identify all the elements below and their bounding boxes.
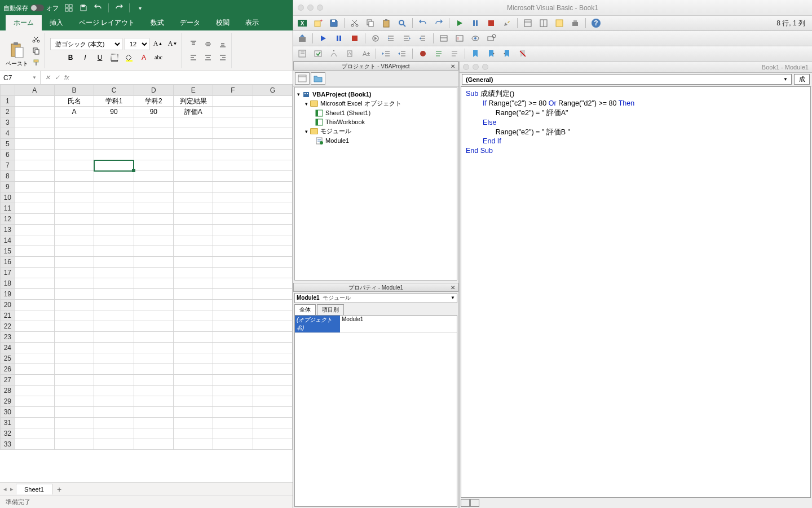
tab-formulas[interactable]: 数式	[143, 15, 172, 30]
row-header-26[interactable]: 26	[1, 364, 15, 375]
view-code-icon[interactable]	[295, 72, 310, 85]
row-header-6[interactable]: 6	[1, 150, 15, 160]
cell-E25[interactable]	[174, 353, 213, 364]
undo-icon[interactable]	[94, 3, 103, 12]
format-painter-icon[interactable]	[30, 58, 42, 68]
cell-F32[interactable]	[213, 428, 253, 439]
cell-E6[interactable]	[174, 150, 213, 160]
properties-grid[interactable]: (オブジェクト名)Module1	[294, 315, 457, 507]
cell-G16[interactable]	[253, 257, 292, 268]
cell-D17[interactable]	[134, 268, 173, 278]
cell-D27[interactable]	[134, 375, 173, 386]
row-header-23[interactable]: 23	[1, 332, 15, 343]
cell-F1[interactable]	[213, 96, 253, 107]
cell-B31[interactable]	[54, 418, 94, 428]
breakpoint-icon[interactable]	[417, 48, 429, 59]
minimize-icon[interactable]	[473, 64, 479, 70]
excel-icon[interactable]: X	[297, 17, 308, 29]
cell-C16[interactable]	[94, 257, 134, 268]
cell-A27[interactable]	[15, 375, 54, 386]
row-header-32[interactable]: 32	[1, 428, 15, 439]
undo-icon[interactable]	[417, 17, 429, 29]
cut-icon[interactable]	[349, 17, 360, 29]
next-bookmark-icon[interactable]	[486, 48, 497, 59]
cell-B15[interactable]	[54, 246, 94, 257]
cell-C12[interactable]	[94, 214, 134, 225]
cell-D18[interactable]	[134, 278, 173, 289]
cell-C14[interactable]	[94, 235, 134, 246]
cell-E15[interactable]	[174, 246, 213, 257]
cell-C3[interactable]	[94, 117, 134, 128]
cell-G11[interactable]	[253, 203, 292, 214]
project-root-node[interactable]: ▾VBAProject (Book1)	[297, 90, 454, 99]
cell-D28[interactable]	[134, 386, 173, 396]
customize-qat-icon[interactable]: ▾	[135, 3, 144, 12]
immediate-window-icon[interactable]: !	[454, 33, 465, 44]
folder-excel-objects[interactable]: ▾Microsoft Excel オブジェクト	[297, 99, 454, 108]
cell-B24[interactable]	[54, 343, 94, 353]
row-header-8[interactable]: 8	[1, 171, 15, 182]
align-top-icon[interactable]	[187, 38, 200, 50]
fill-color-button[interactable]	[123, 51, 135, 64]
tab-view[interactable]: 表示	[237, 15, 267, 30]
cell-A6[interactable]	[15, 150, 54, 160]
cell-D6[interactable]	[134, 150, 173, 160]
properties-window-icon[interactable]	[538, 17, 549, 29]
shrink-font-icon[interactable]: A▼	[166, 38, 179, 50]
cell-E32[interactable]	[174, 428, 213, 439]
cell-D3[interactable]	[134, 117, 173, 128]
cell-A23[interactable]	[15, 332, 54, 343]
row-header-29[interactable]: 29	[1, 396, 15, 407]
props-tab-categorized[interactable]: 項目別	[317, 304, 344, 315]
formula-input[interactable]	[74, 71, 293, 84]
cell-A17[interactable]	[15, 268, 54, 278]
cell-F11[interactable]	[213, 203, 253, 214]
cell-D19[interactable]	[134, 289, 173, 300]
tab-review[interactable]: 校閲	[208, 15, 237, 30]
autosave-toggle[interactable]: 自動保存 オフ	[3, 4, 59, 12]
cell-B32[interactable]	[54, 428, 94, 439]
cell-F13[interactable]	[213, 225, 253, 235]
cell-G27[interactable]	[253, 375, 292, 386]
procedure-view-icon[interactable]	[461, 499, 470, 507]
cell-B3[interactable]	[54, 117, 94, 128]
design-mode-icon[interactable]	[501, 17, 513, 29]
cell-F12[interactable]	[213, 214, 253, 225]
project-tree[interactable]: ▾VBAProject (Book1) ▾Microsoft Excel オブジ…	[294, 87, 457, 281]
zoom-icon[interactable]	[317, 5, 323, 11]
cell-E24[interactable]	[174, 343, 213, 353]
phonetic-button[interactable]: abc	[152, 51, 165, 64]
row-header-13[interactable]: 13	[1, 225, 15, 235]
cell-B21[interactable]	[54, 310, 94, 321]
cell-A19[interactable]	[15, 289, 54, 300]
border-button[interactable]	[108, 51, 121, 64]
cell-E7[interactable]	[174, 160, 213, 171]
cell-F21[interactable]	[213, 310, 253, 321]
cell-G6[interactable]	[253, 150, 292, 160]
cell-E20[interactable]	[174, 300, 213, 310]
cell-B1[interactable]: 氏名	[54, 96, 94, 107]
cell-D4[interactable]	[134, 128, 173, 139]
cell-G9[interactable]	[253, 182, 292, 192]
cell-A24[interactable]	[15, 343, 54, 353]
cell-E29[interactable]	[174, 396, 213, 407]
copy-icon[interactable]	[365, 17, 376, 29]
font-color-button[interactable]: A	[138, 51, 150, 64]
cell-E13[interactable]	[174, 225, 213, 235]
cell-C19[interactable]	[94, 289, 134, 300]
add-sheet-button[interactable]: +	[54, 485, 65, 494]
cell-A10[interactable]	[15, 192, 54, 203]
row-header-20[interactable]: 20	[1, 300, 15, 310]
italic-button[interactable]: I	[79, 51, 91, 64]
cell-A29[interactable]	[15, 396, 54, 407]
cell-D30[interactable]	[134, 407, 173, 418]
project-explorer-icon[interactable]	[522, 17, 533, 29]
cell-E22[interactable]	[174, 321, 213, 332]
redo-icon[interactable]	[114, 3, 123, 12]
cell-G2[interactable]	[253, 107, 292, 117]
tab-insert[interactable]: 挿入	[42, 15, 71, 30]
prop-value[interactable]: Module1	[340, 316, 457, 332]
cell-C5[interactable]	[94, 139, 134, 150]
cell-A22[interactable]	[15, 321, 54, 332]
cell-G17[interactable]	[253, 268, 292, 278]
